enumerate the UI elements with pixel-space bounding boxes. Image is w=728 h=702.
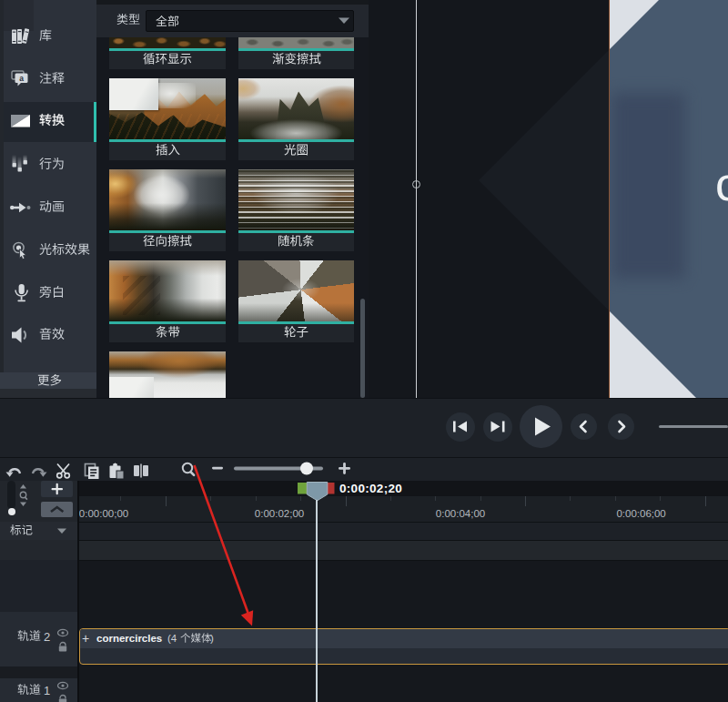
svg-text:a: a [19,74,24,83]
